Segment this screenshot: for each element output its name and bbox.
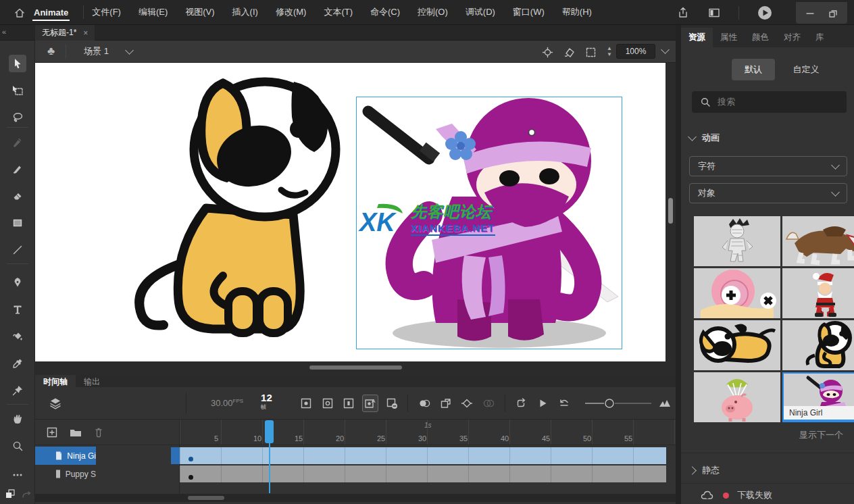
insert-keyframe-icon[interactable] bbox=[298, 395, 314, 412]
main-menu-clover-icon[interactable]: ♣ bbox=[47, 45, 55, 58]
stage-horizontal-scrollbar[interactable] bbox=[309, 366, 402, 370]
remove-frame-icon[interactable] bbox=[384, 395, 400, 412]
asset-thumb-pig-parachute[interactable] bbox=[694, 372, 780, 422]
scene-breadcrumb[interactable]: 场景 1 bbox=[84, 45, 109, 57]
section-static[interactable]: 静态 bbox=[689, 464, 720, 476]
zoom-stepper[interactable]: ▲▼ bbox=[607, 45, 612, 57]
mode-custom-button[interactable]: 自定义 bbox=[782, 59, 830, 80]
menu-text[interactable]: 文本(T) bbox=[324, 6, 353, 18]
rectangle-tool[interactable] bbox=[9, 214, 26, 232]
zoom-level-value[interactable]: 100% bbox=[616, 44, 655, 59]
tab-assets[interactable]: 资源 bbox=[681, 28, 713, 47]
play-icon[interactable] bbox=[534, 395, 551, 412]
loop-playback-icon[interactable] bbox=[513, 395, 530, 412]
insert-frame-icon[interactable] bbox=[341, 395, 357, 412]
menu-edit[interactable]: 编辑(E) bbox=[139, 6, 168, 18]
tab-color[interactable]: 颜色 bbox=[745, 28, 776, 47]
close-tab-icon[interactable]: × bbox=[83, 28, 88, 38]
show-next-link[interactable]: 显示下一个 bbox=[799, 429, 854, 441]
layer-row-puppy[interactable]: Puppy S bbox=[35, 465, 676, 483]
fps-value[interactable]: 30.00FPS bbox=[211, 398, 243, 408]
text-tool[interactable] bbox=[9, 301, 26, 318]
stage-canvas[interactable]: XK 先客吧论坛 XIANKEBA.NET bbox=[35, 63, 665, 361]
frame-view-icon[interactable] bbox=[657, 395, 673, 412]
asset-thumb-ninja-girl[interactable]: Ninja Girl bbox=[782, 372, 854, 422]
stage-vertical-scrollbar[interactable] bbox=[668, 198, 673, 224]
minimize-button[interactable] bbox=[805, 8, 815, 18]
frame-span-selected[interactable] bbox=[180, 447, 666, 464]
puppy-drawing[interactable] bbox=[122, 76, 341, 347]
insert-blank-keyframe-icon[interactable] bbox=[320, 395, 336, 412]
keyframe-dot[interactable] bbox=[189, 457, 193, 461]
section-animation[interactable]: 动画 bbox=[689, 132, 720, 144]
timeline-zoom-slider[interactable] bbox=[584, 397, 654, 409]
center-stage-icon[interactable] bbox=[542, 47, 553, 58]
filter-character-select[interactable]: 字符 bbox=[689, 156, 847, 176]
menu-modify[interactable]: 修改(M) bbox=[276, 6, 307, 18]
menu-help[interactable]: 帮助(H) bbox=[562, 6, 592, 18]
selection-tool[interactable] bbox=[9, 55, 26, 72]
current-frame-value[interactable]: 12 帧 bbox=[261, 392, 278, 415]
home-icon[interactable] bbox=[14, 7, 26, 19]
menu-view[interactable]: 视图(V) bbox=[185, 6, 214, 18]
color-swatches-icon[interactable] bbox=[1, 485, 19, 503]
pen-tool[interactable] bbox=[9, 274, 26, 291]
add-folder-icon[interactable] bbox=[69, 426, 82, 438]
document-tab[interactable]: 无标题-1* × bbox=[35, 25, 95, 41]
panel-splitter[interactable] bbox=[676, 25, 681, 504]
asset-thumb-wolf[interactable] bbox=[782, 216, 854, 266]
tab-align[interactable]: 对齐 bbox=[776, 28, 808, 47]
paint-bucket-tool[interactable] bbox=[9, 328, 26, 345]
menu-debug[interactable]: 调试(D) bbox=[466, 6, 495, 18]
asset-thumb-santa[interactable] bbox=[782, 268, 854, 318]
asset-thumb-mummy[interactable] bbox=[694, 216, 780, 266]
eraser-tool[interactable] bbox=[9, 187, 26, 205]
redo-icon[interactable] bbox=[18, 486, 35, 504]
keyframe-dot[interactable] bbox=[189, 475, 193, 480]
zoom-dropdown-icon[interactable] bbox=[661, 45, 670, 54]
rotate-tool-icon[interactable] bbox=[563, 47, 576, 59]
eyedropper-tool[interactable] bbox=[9, 355, 26, 372]
tab-properties[interactable]: 属性 bbox=[713, 28, 745, 47]
line-tool[interactable] bbox=[9, 241, 26, 259]
search-input[interactable]: 搜索 bbox=[692, 91, 847, 113]
layers-view-icon[interactable] bbox=[49, 397, 62, 410]
tab-library[interactable]: 库 bbox=[808, 28, 832, 47]
tab-output[interactable]: 输出 bbox=[76, 375, 108, 387]
menu-window[interactable]: 窗口(W) bbox=[513, 6, 545, 18]
share-icon[interactable] bbox=[676, 6, 690, 20]
test-movie-icon[interactable] bbox=[757, 5, 773, 21]
onion-skin-icon[interactable] bbox=[416, 395, 432, 412]
timeline-horizontal-scrollbar[interactable] bbox=[35, 494, 676, 502]
timeline-ruler[interactable]: 1s 5 10 15 20 25 30 35 40 45 50 55 bbox=[180, 420, 676, 445]
scene-chevron-icon[interactable] bbox=[125, 46, 134, 55]
brush-tool[interactable] bbox=[9, 160, 26, 178]
zoom-tool[interactable] bbox=[9, 437, 26, 455]
onion-skin-outline-icon[interactable] bbox=[480, 395, 497, 412]
rewind-icon[interactable] bbox=[556, 395, 572, 412]
subselection-tool[interactable] bbox=[9, 82, 26, 99]
collapse-panel-icon[interactable]: « bbox=[2, 28, 5, 36]
asset-thumb-dog-lying[interactable] bbox=[694, 320, 780, 370]
filter-object-select[interactable]: 对象 bbox=[689, 183, 847, 203]
more-tools-icon[interactable] bbox=[9, 466, 26, 484]
asset-thumb-dog-sitting[interactable] bbox=[782, 320, 854, 370]
menu-insert[interactable]: 插入(I) bbox=[232, 6, 258, 18]
asset-warp-pin-tool[interactable] bbox=[9, 382, 26, 399]
menu-file[interactable]: 文件(F) bbox=[92, 6, 121, 18]
edit-multiple-frames-icon[interactable] bbox=[438, 395, 454, 412]
layer-row-ninja-girl[interactable]: Ninja Gi bbox=[35, 447, 676, 465]
fluid-brush-tool[interactable] bbox=[9, 133, 26, 151]
asset-thumb-snail[interactable] bbox=[694, 268, 780, 318]
frame-span[interactable] bbox=[180, 465, 666, 482]
cloud-download-icon[interactable] bbox=[700, 488, 715, 502]
workspace-icon[interactable] bbox=[707, 6, 721, 20]
mode-default-button[interactable]: 默认 bbox=[732, 59, 775, 80]
playhead-handle[interactable] bbox=[265, 420, 274, 443]
add-layer-icon[interactable] bbox=[46, 426, 58, 438]
delete-layer-icon[interactable] bbox=[93, 426, 104, 438]
auto-keyframe-icon[interactable]: A bbox=[362, 395, 378, 412]
clip-content-icon[interactable] bbox=[585, 47, 597, 58]
restore-button[interactable] bbox=[828, 8, 838, 18]
hand-tool[interactable] bbox=[9, 410, 26, 428]
